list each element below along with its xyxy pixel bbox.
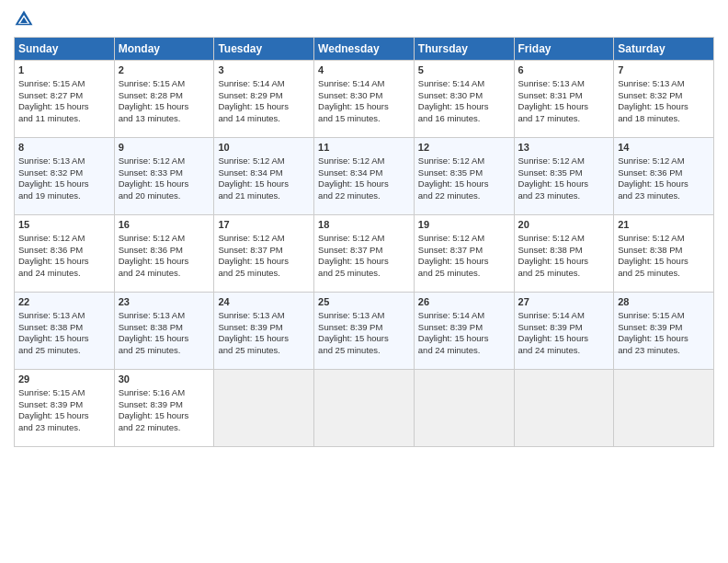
daylight-info: Daylight: 15 hours [518,256,589,266]
table-row: 25Sunrise: 5:13 AMSunset: 8:39 PMDayligh… [314,293,415,370]
page: Sunday Monday Tuesday Wednesday Thursday… [0,0,728,563]
sunset-info: Sunset: 8:38 PM [18,322,83,332]
calendar-table: Sunday Monday Tuesday Wednesday Thursday… [14,37,714,447]
col-friday: Friday [514,38,614,61]
table-row: 21Sunrise: 5:12 AMSunset: 8:38 PMDayligh… [614,215,714,293]
logo-icon [14,9,34,29]
day-number: 9 [119,141,210,155]
daylight-info: Daylight: 15 hours [119,333,189,343]
sunset-info: Sunset: 8:32 PM [618,90,682,100]
daylight-info: Daylight: 15 hours [218,256,289,266]
daylight-minutes: and 23 minutes. [618,345,680,355]
daylight-minutes: and 13 minutes. [119,113,181,123]
daylight-info: Daylight: 15 hours [119,101,189,111]
daylight-info: Daylight: 15 hours [518,333,589,343]
sunset-info: Sunset: 8:37 PM [318,245,382,255]
day-number: 12 [418,141,510,155]
daylight-minutes: and 25 minutes. [218,345,280,355]
sunset-info: Sunset: 8:39 PM [618,322,682,332]
table-row: 12Sunrise: 5:12 AMSunset: 8:35 PMDayligh… [414,138,514,215]
table-row: 28Sunrise: 5:15 AMSunset: 8:39 PMDayligh… [614,293,714,370]
day-number: 21 [618,218,710,232]
day-number: 24 [218,295,310,309]
daylight-info: Daylight: 15 hours [119,256,189,266]
daylight-info: Daylight: 15 hours [218,101,289,111]
calendar-row-5: 29Sunrise: 5:15 AMSunset: 8:39 PMDayligh… [15,370,714,447]
day-number: 27 [518,295,610,309]
daylight-minutes: and 14 minutes. [218,113,280,123]
daylight-info: Daylight: 15 hours [218,178,289,189]
sunrise-info: Sunrise: 5:12 AM [518,155,585,166]
day-number: 18 [318,218,410,232]
sunset-info: Sunset: 8:30 PM [318,90,382,100]
table-row: 29Sunrise: 5:15 AMSunset: 8:39 PMDayligh… [15,370,115,447]
col-thursday: Thursday [414,38,514,61]
sunset-info: Sunset: 8:34 PM [218,167,282,178]
table-row [514,370,614,447]
sunrise-info: Sunrise: 5:12 AM [119,233,185,243]
daylight-info: Daylight: 15 hours [518,178,589,189]
day-number: 11 [318,141,410,155]
table-row: 10Sunrise: 5:12 AMSunset: 8:34 PMDayligh… [214,138,314,215]
table-row: 19Sunrise: 5:12 AMSunset: 8:37 PMDayligh… [414,215,514,293]
table-row [414,370,514,447]
daylight-info: Daylight: 15 hours [218,333,289,343]
daylight-minutes: and 18 minutes. [618,113,680,123]
daylight-info: Daylight: 15 hours [18,256,89,266]
daylight-minutes: and 24 minutes. [18,268,81,278]
sunrise-info: Sunrise: 5:13 AM [119,310,185,320]
daylight-minutes: and 16 minutes. [418,113,481,123]
daylight-minutes: and 23 minutes. [618,190,680,201]
daylight-info: Daylight: 15 hours [318,178,389,189]
sunset-info: Sunset: 8:33 PM [119,167,183,178]
table-row: 16Sunrise: 5:12 AMSunset: 8:36 PMDayligh… [114,215,214,293]
daylight-minutes: and 19 minutes. [18,190,81,201]
sunset-info: Sunset: 8:31 PM [518,90,583,100]
daylight-minutes: and 25 minutes. [119,345,181,355]
day-number: 23 [119,295,210,309]
table-row [314,370,415,447]
daylight-info: Daylight: 15 hours [318,333,389,343]
table-row: 24Sunrise: 5:13 AMSunset: 8:39 PMDayligh… [214,293,314,370]
sunrise-info: Sunrise: 5:12 AM [318,233,384,243]
table-row: 4Sunrise: 5:14 AMSunset: 8:30 PMDaylight… [314,61,415,138]
sunset-info: Sunset: 8:39 PM [518,322,583,332]
day-number: 14 [618,141,710,155]
table-row: 18Sunrise: 5:12 AMSunset: 8:37 PMDayligh… [314,215,415,293]
table-row: 30Sunrise: 5:16 AMSunset: 8:39 PMDayligh… [114,370,214,447]
sunrise-info: Sunrise: 5:14 AM [418,310,484,320]
sunset-info: Sunset: 8:35 PM [518,167,583,178]
daylight-info: Daylight: 15 hours [418,178,489,189]
day-number: 17 [218,218,310,232]
day-number: 30 [119,373,210,386]
daylight-info: Daylight: 15 hours [119,410,189,420]
daylight-minutes: and 25 minutes. [318,345,381,355]
table-row: 8Sunrise: 5:13 AMSunset: 8:32 PMDaylight… [15,138,115,215]
daylight-info: Daylight: 15 hours [518,101,589,111]
table-row: 22Sunrise: 5:13 AMSunset: 8:38 PMDayligh… [15,293,115,370]
header [14,9,714,29]
sunrise-info: Sunrise: 5:12 AM [218,155,284,166]
sunset-info: Sunset: 8:35 PM [418,167,483,178]
daylight-minutes: and 20 minutes. [119,190,181,201]
calendar-row-1: 1Sunrise: 5:15 AMSunset: 8:27 PMDaylight… [15,61,714,138]
sunrise-info: Sunrise: 5:13 AM [18,310,85,320]
daylight-info: Daylight: 15 hours [119,178,189,189]
daylight-info: Daylight: 15 hours [18,410,89,420]
sunrise-info: Sunrise: 5:12 AM [119,155,185,166]
daylight-minutes: and 11 minutes. [18,113,81,123]
day-number: 15 [18,218,110,232]
daylight-minutes: and 25 minutes. [418,268,481,278]
day-number: 10 [218,141,310,155]
day-number: 2 [119,63,210,77]
day-number: 22 [18,295,110,309]
day-number: 19 [418,218,510,232]
daylight-info: Daylight: 15 hours [18,178,89,189]
daylight-info: Daylight: 15 hours [418,101,489,111]
sunrise-info: Sunrise: 5:14 AM [218,78,284,88]
table-row: 5Sunrise: 5:14 AMSunset: 8:30 PMDaylight… [414,61,514,138]
table-row: 23Sunrise: 5:13 AMSunset: 8:38 PMDayligh… [114,293,214,370]
daylight-info: Daylight: 15 hours [618,256,688,266]
table-row: 14Sunrise: 5:12 AMSunset: 8:36 PMDayligh… [614,138,714,215]
day-number: 28 [618,295,710,309]
